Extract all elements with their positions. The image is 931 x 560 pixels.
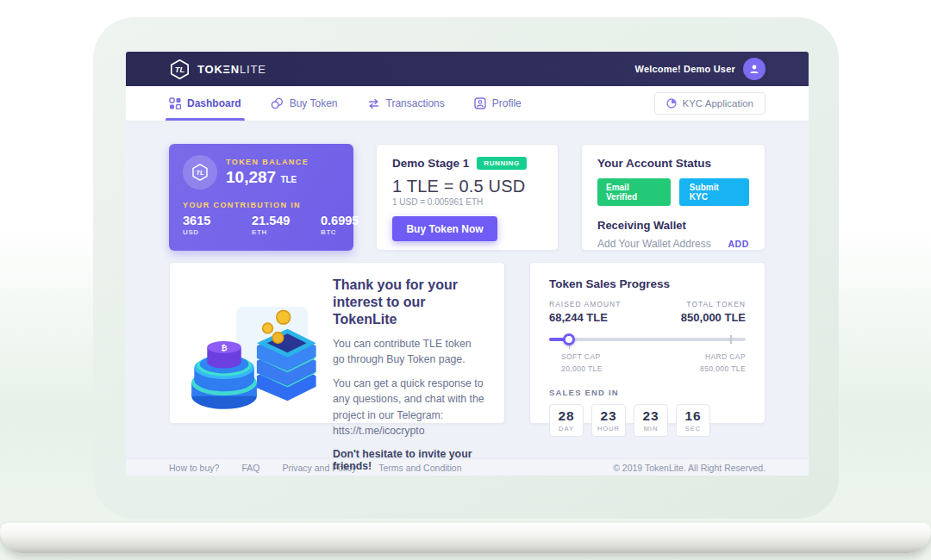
nav-bar: Dashboard Buy Token Transactions — [126, 86, 809, 121]
nav-label: Dashboard — [187, 97, 241, 109]
contribution-currency: USD — [183, 228, 236, 236]
balance-top: TL TOKEN BALANCE 10,287 TLE — [183, 155, 340, 190]
top-header-bar: TL TOKΞNLITE Welcome! Demo User — [126, 52, 809, 86]
kyc-button-label: KYC Application — [683, 98, 753, 109]
brand-name-bold: TOKΞN — [197, 63, 240, 76]
account-status-title: Your Account Status — [597, 157, 749, 170]
wallet-hint: Add Your Wallet Address — [597, 238, 711, 250]
thank-you-highlight: Don't hesitate to invite your friends! — [333, 448, 485, 472]
hard-cap-label: HARD CAP — [700, 352, 746, 364]
thank-you-card: ₿ Thank you for your interest to our Tok… — [169, 262, 505, 424]
soft-cap: SOFT CAP 20,000 TLE — [561, 352, 603, 375]
cards-row-2: ₿ Thank you for your interest to our Tok… — [169, 262, 765, 424]
contribution-label: YOUR CONTRIBUTION IN — [183, 201, 340, 209]
dashboard-grid-icon — [169, 97, 181, 109]
caps-row: SOFT CAP 20,000 TLE HARD CAP 850,000 TLE — [549, 352, 746, 375]
nav-item-dashboard[interactable]: Dashboard — [169, 86, 241, 121]
coins-icon — [271, 97, 284, 109]
footer-link-faq[interactable]: FAQ — [241, 463, 259, 473]
countdown-day: 28 DAY — [549, 404, 584, 437]
page: TL TOKΞNLITE Welcome! Demo User — [0, 0, 931, 560]
thank-you-body: Thank you for your interest to our Token… — [322, 277, 485, 409]
nav-item-profile[interactable]: Profile — [474, 86, 522, 121]
countdown-hour: 23 HOUR — [591, 404, 626, 437]
brand: TL TOKΞNLITE — [169, 59, 266, 80]
slider-handle[interactable] — [563, 333, 575, 345]
nav-label: Transactions — [386, 97, 445, 109]
countdown-value: 23 — [642, 408, 659, 424]
balance-amount: 10,287 TLE — [226, 168, 309, 187]
soft-cap-label: SOFT CAP — [561, 352, 603, 364]
receiving-wallet-title: Receiving Wallet — [597, 219, 749, 232]
kyc-application-button[interactable]: KYC Application — [654, 92, 765, 115]
progress-values: 68,244 TLE 850,000 TLE — [549, 311, 746, 324]
balance-label: TOKEN BALANCE — [226, 158, 309, 166]
hard-cap-tick — [730, 335, 732, 344]
nav-item-buy-token[interactable]: Buy Token — [271, 86, 338, 121]
add-wallet-link[interactable]: ADD — [728, 239, 749, 249]
contribution-usd: 3615 USD — [183, 214, 236, 236]
nav-items: Dashboard Buy Token Transactions — [169, 86, 522, 121]
stage-card: Demo Stage 1 RUNNING 1 TLE = 0.5 USD 1 U… — [376, 144, 559, 251]
main-content: TL TOKEN BALANCE 10,287 TLE YOUR CONTRIB… — [126, 121, 809, 458]
brand-name-light: LITE — [240, 63, 266, 76]
countdown-value: 28 — [558, 408, 574, 424]
balance-unit: TLE — [280, 175, 297, 184]
progress-title: Token Sales Progress — [549, 277, 746, 290]
tokenlite-logo-icon: TL — [169, 59, 191, 80]
svg-text:TL: TL — [196, 169, 204, 177]
coins-illustration: ₿ — [189, 296, 322, 409]
contribution-value: 0.6995 — [321, 214, 374, 227]
contribution-value: 21.549 — [252, 214, 305, 227]
balance-value: 10,287 — [226, 168, 276, 186]
countdown-unit: DAY — [559, 425, 574, 432]
box-stack — [257, 329, 316, 401]
account-status-card: Your Account Status Email Verified Submi… — [581, 144, 765, 251]
countdown-unit: HOUR — [597, 425, 620, 432]
nav-item-transactions[interactable]: Transactions — [367, 86, 445, 121]
brand-name: TOKΞNLITE — [197, 63, 266, 76]
buy-token-now-button[interactable]: Buy Token Now — [392, 216, 497, 241]
email-verified-badge: Email Verified — [597, 178, 671, 206]
token-rate-primary: 1 TLE = 0.5 USD — [392, 177, 542, 196]
sales-progress-slider — [549, 333, 746, 345]
soft-cap-value: 20,000 TLE — [561, 364, 603, 376]
total-token-value: 850,000 TLE — [681, 311, 746, 324]
contribution-currency: BTC — [321, 228, 374, 236]
token-rate-secondary: 1 USD = 0.005961 ETH — [392, 197, 542, 207]
nav-label: Buy Token — [290, 97, 338, 109]
svg-text:₿: ₿ — [222, 344, 228, 352]
hard-cap-value: 850,000 TLE — [700, 364, 746, 376]
contribution-currency: ETH — [252, 228, 305, 236]
svg-text:TL: TL — [175, 65, 185, 74]
token-hexagon-icon: TL — [183, 155, 217, 190]
balance-figures: TOKEN BALANCE 10,287 TLE — [226, 158, 309, 187]
cards-row-1: TL TOKEN BALANCE 10,287 TLE YOUR CONTRIB… — [169, 144, 765, 251]
wallet-row: Add Your Wallet Address ADD — [597, 238, 749, 250]
sales-end-in-label: SALES END IN — [549, 388, 746, 397]
countdown-unit: SEC — [685, 425, 701, 432]
contribution-btc: 0.6995 BTC — [321, 214, 374, 236]
copyright: © 2019 TokenLite. All Right Reserved. — [613, 463, 765, 473]
footer-link-how-to-buy[interactable]: How to buy? — [169, 463, 219, 473]
token-sales-progress-card: Token Sales Progress RAISED AMOUNT TOTAL… — [529, 262, 765, 424]
total-token-label: TOTAL TOKEN — [686, 300, 746, 308]
countdown-unit: MIN — [644, 425, 659, 432]
laptop-base — [0, 523, 931, 553]
raised-amount-value: 68,244 TLE — [549, 311, 608, 324]
countdown-row: 28 DAY 23 HOUR 23 MIN 16 — [549, 404, 746, 437]
kyc-disc-icon — [666, 98, 677, 109]
account-badges: Email Verified Submit KYC — [597, 178, 749, 206]
contribution-row: 3615 USD 21.549 ETH 0.6995 BTC — [183, 214, 340, 236]
nav-label: Profile — [492, 97, 522, 109]
countdown-value: 16 — [684, 408, 701, 424]
raised-amount-label: RAISED AMOUNT — [549, 300, 621, 308]
welcome-text: Welcome! Demo User — [635, 64, 736, 74]
countdown-min: 23 MIN — [634, 404, 668, 437]
stage-title: Demo Stage 1 — [392, 157, 469, 170]
transfer-arrows-icon — [367, 98, 380, 109]
user-avatar[interactable] — [743, 58, 765, 80]
submit-kyc-badge[interactable]: Submit KYC — [679, 178, 749, 206]
progress-labels: RAISED AMOUNT TOTAL TOKEN — [549, 300, 746, 308]
profile-icon — [474, 97, 486, 109]
